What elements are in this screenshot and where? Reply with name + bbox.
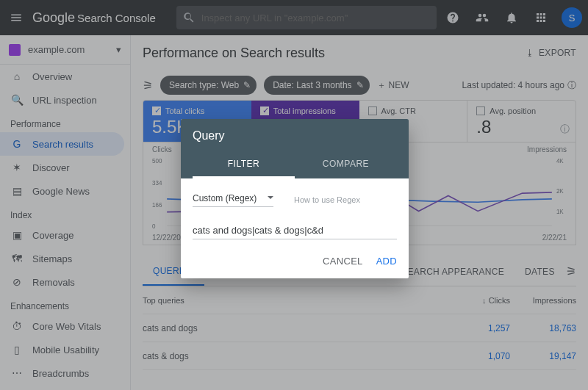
regex-input[interactable] <box>193 220 397 239</box>
filter-type-select[interactable]: Custom (Regex) <box>193 192 273 207</box>
how-to-use-regex-link[interactable]: How to use Regex <box>294 195 360 204</box>
dialog-tab-filter[interactable]: FILTER <box>193 151 295 178</box>
add-button[interactable]: ADD <box>376 256 397 267</box>
cancel-button[interactable]: CANCEL <box>323 256 363 267</box>
dialog-tab-compare[interactable]: COMPARE <box>295 151 397 178</box>
dialog-title: Query <box>193 129 397 142</box>
query-filter-dialog: Query FILTER COMPARE Custom (Regex) How … <box>181 119 409 278</box>
